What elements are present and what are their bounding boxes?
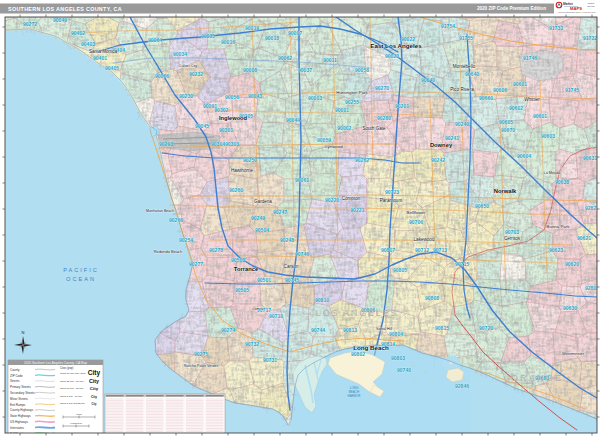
svg-text:SOUTHERN LOS ANGELES COUNTY, C: SOUTHERN LOS ANGELES COUNTY, CA [8, 6, 122, 12]
svg-text:90638: 90638 [555, 179, 569, 185]
svg-text:90242: 90242 [431, 157, 445, 163]
svg-text:90066: 90066 [155, 73, 169, 79]
svg-text:90007: 90007 [288, 30, 302, 36]
svg-text:90670: 90670 [501, 127, 515, 133]
svg-text:90740: 90740 [397, 367, 411, 373]
svg-text:Interstates: Interstates [10, 426, 25, 430]
svg-text:91746: 91746 [523, 55, 537, 61]
svg-text:Minor Streets: Minor Streets [10, 397, 28, 401]
svg-text:State Highways: State Highways [10, 414, 31, 418]
svg-text:Exit Ramps: Exit Ramps [10, 403, 26, 407]
svg-text:90503: 90503 [231, 257, 245, 263]
svg-text:2020 ZIP Code Premium Edition: 2020 ZIP Code Premium Edition [477, 6, 546, 11]
svg-text:90240: 90240 [455, 121, 469, 127]
svg-text:90019: 90019 [245, 25, 259, 31]
svg-text:Whittier: Whittier [524, 97, 540, 102]
svg-text:PACIFIC: PACIFIC [63, 267, 99, 273]
svg-text:90605: 90605 [499, 119, 513, 125]
svg-text:Buena Park: Buena Park [547, 224, 571, 229]
svg-text:90706: 90706 [409, 219, 423, 225]
svg-text:Manhattan Beach: Manhattan Beach [146, 209, 174, 213]
svg-text:90045: 90045 [195, 123, 209, 129]
svg-text:90249: 90249 [251, 215, 265, 221]
svg-text:90056: 90056 [225, 94, 239, 100]
svg-text:90810: 90810 [315, 297, 329, 303]
svg-text:City: City [92, 402, 97, 406]
svg-text:90262: 90262 [355, 157, 369, 163]
svg-text:90062: 90062 [278, 55, 292, 61]
svg-text:Norwalk: Norwalk [494, 188, 517, 194]
svg-text:Bellflower: Bellflower [406, 210, 426, 215]
svg-text:Cities 25,000 - 50,000: Cities 25,000 - 50,000 [60, 380, 84, 383]
svg-text:City: City [88, 369, 101, 377]
svg-text:City: City [90, 386, 99, 391]
svg-text:90802: 90802 [351, 351, 365, 357]
svg-text:90023: 90023 [385, 53, 399, 59]
svg-text:90278: 90278 [209, 247, 223, 253]
svg-text:90405: 90405 [105, 65, 119, 71]
svg-text:90712: 90712 [415, 247, 429, 253]
svg-text:Huntington Park: Huntington Park [336, 90, 368, 95]
svg-text:90260: 90260 [229, 187, 243, 193]
svg-text:Lomita: Lomita [253, 307, 264, 311]
svg-text:Hawthorne: Hawthorne [231, 168, 254, 173]
svg-text:90280: 90280 [377, 115, 391, 121]
svg-text:90501: 90501 [257, 277, 271, 283]
svg-text:Miles: Miles [76, 413, 82, 416]
svg-text:90043: 90043 [248, 93, 262, 99]
svg-text:www.M: www.M [588, 2, 595, 4]
svg-text:800-000: 800-000 [587, 5, 595, 7]
svg-text:90247: 90247 [273, 209, 287, 215]
svg-text:90710: 90710 [269, 313, 283, 319]
svg-text:County: County [10, 368, 20, 372]
svg-text:County Highways: County Highways [10, 408, 34, 412]
svg-text:90272: 90272 [23, 21, 37, 27]
svg-text:90040: 90040 [421, 77, 435, 83]
svg-text:90018: 90018 [265, 35, 279, 41]
svg-text:90254: 90254 [179, 237, 193, 243]
svg-text:90274: 90274 [221, 327, 235, 333]
svg-text:2020 Southern Los Angeles Coun: 2020 Southern Los Angeles County, CA Map [24, 361, 87, 365]
svg-text:90302,: 90302, [214, 107, 230, 113]
svg-text:90602: 90602 [509, 105, 523, 111]
svg-text:90230: 90230 [179, 93, 193, 99]
svg-text:90804: 90804 [389, 331, 403, 337]
svg-text:90034: 90034 [173, 51, 187, 57]
svg-text:90604: 90604 [517, 153, 531, 159]
svg-text:Kilometers: Kilometers [70, 422, 82, 425]
svg-text:Lakewood: Lakewood [414, 237, 435, 242]
svg-text:90640: 90640 [465, 71, 479, 77]
svg-text:HARBOR: HARBOR [348, 394, 362, 398]
svg-text:Cities (pop): Cities (pop) [60, 366, 73, 370]
svg-text:90623: 90623 [549, 247, 563, 253]
svg-text:OCEAN: OCEAN [66, 276, 96, 282]
svg-text:Paramount: Paramount [380, 198, 403, 203]
svg-text:90606: 90606 [493, 87, 507, 93]
svg-text:Primary Streets: Primary Streets [10, 385, 31, 389]
svg-text:90277: 90277 [189, 261, 203, 267]
svg-text:91754: 91754 [441, 23, 455, 29]
svg-text:South Gate: South Gate [362, 126, 386, 131]
svg-text:Cities 50,000 and Above: Cities 50,000 and Above [60, 372, 87, 375]
svg-text:92846: 92846 [455, 383, 469, 389]
svg-text:90061: 90061 [295, 177, 309, 183]
svg-text:90813: 90813 [343, 327, 357, 333]
svg-text:90745: 90745 [285, 277, 299, 283]
svg-text:90401: 90401 [93, 55, 107, 61]
svg-text:Downey: Downey [430, 142, 453, 148]
svg-text:90715: 90715 [455, 261, 469, 267]
svg-text:Cities 5,000 - 10,000: Cities 5,000 - 10,000 [60, 395, 83, 398]
svg-text:90044: 90044 [286, 117, 300, 123]
svg-text:90732: 90732 [245, 341, 259, 347]
svg-text:Torrance: Torrance [234, 266, 259, 272]
svg-text:Gardena: Gardena [254, 199, 272, 204]
svg-text:90241: 90241 [445, 135, 459, 141]
svg-text:90293: 90293 [159, 141, 173, 147]
svg-text:90746: 90746 [295, 251, 309, 257]
svg-text:90266: 90266 [169, 217, 183, 223]
svg-text:90650: 90650 [475, 203, 489, 209]
svg-text:ZIP Code: ZIP Code [10, 374, 23, 378]
svg-text:Inglewood: Inglewood [219, 115, 248, 121]
svg-text:90304: 90304 [211, 141, 225, 147]
svg-text:90720: 90720 [479, 325, 493, 331]
